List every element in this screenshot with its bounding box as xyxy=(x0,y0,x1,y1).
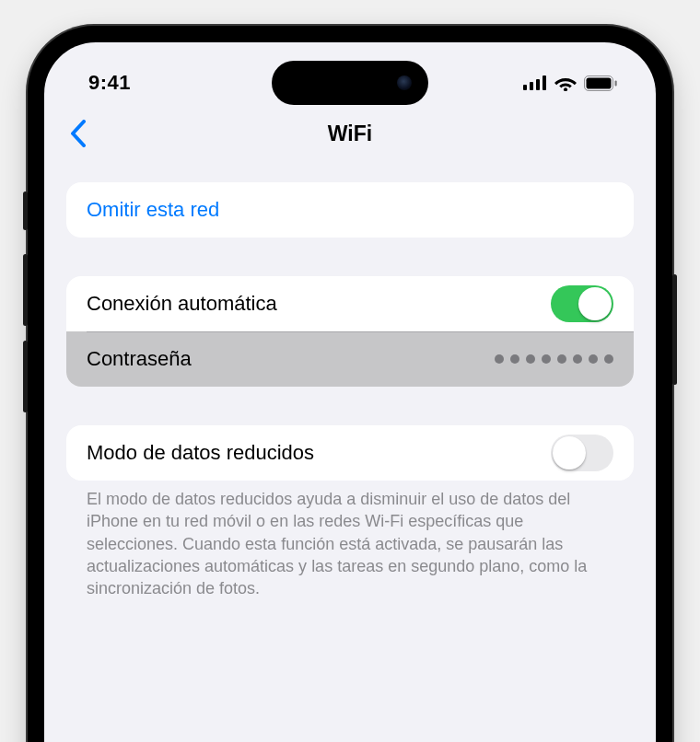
low-data-label: Modo de datos reducidos xyxy=(87,441,314,465)
status-indicators xyxy=(523,75,617,91)
auto-join-row[interactable]: Conexión automática xyxy=(66,276,634,331)
forget-network-button[interactable]: Omitir esta red xyxy=(66,182,634,238)
nav-bar: WiFi xyxy=(44,107,656,160)
auto-join-label: Conexión automática xyxy=(87,292,277,316)
cellular-icon xyxy=(523,75,547,90)
content: Omitir esta red Conexión automática Cont… xyxy=(44,160,656,599)
password-row[interactable]: Contraseña xyxy=(66,331,634,387)
svg-rect-2 xyxy=(536,79,540,90)
forget-group: Omitir esta red xyxy=(66,182,634,238)
svg-rect-1 xyxy=(530,82,533,90)
svg-rect-6 xyxy=(587,77,612,88)
svg-rect-0 xyxy=(523,85,527,90)
page-title: WiFi xyxy=(328,122,372,146)
low-data-toggle[interactable] xyxy=(551,435,613,471)
status-time: 9:41 xyxy=(88,71,131,95)
low-data-footer: El modo de datos reducidos ayuda a dismi… xyxy=(66,488,634,599)
forget-network-label: Omitir esta red xyxy=(87,198,219,222)
front-camera xyxy=(397,75,412,90)
battery-icon xyxy=(584,75,617,91)
svg-point-4 xyxy=(564,87,567,91)
wifi-icon xyxy=(554,75,577,91)
volume-up-button xyxy=(23,254,28,326)
mute-switch xyxy=(23,191,28,230)
dynamic-island xyxy=(272,61,428,105)
svg-rect-3 xyxy=(542,75,546,90)
iphone-frame: 9:41 xyxy=(28,26,672,742)
toggle-knob xyxy=(553,436,586,470)
screen: 9:41 xyxy=(44,42,656,742)
toggle-knob xyxy=(578,287,612,320)
password-label: Contraseña xyxy=(87,347,192,371)
chevron-left-icon xyxy=(70,120,86,147)
volume-down-button xyxy=(23,341,28,412)
connection-group: Conexión automática Contraseña xyxy=(66,276,634,387)
low-data-row[interactable]: Modo de datos reducidos xyxy=(66,425,634,481)
svg-rect-7 xyxy=(615,80,617,86)
power-button xyxy=(672,274,677,385)
auto-join-toggle[interactable] xyxy=(551,285,613,322)
low-data-group: Modo de datos reducidos xyxy=(66,425,634,481)
back-button[interactable] xyxy=(61,113,94,154)
password-value xyxy=(495,354,613,364)
